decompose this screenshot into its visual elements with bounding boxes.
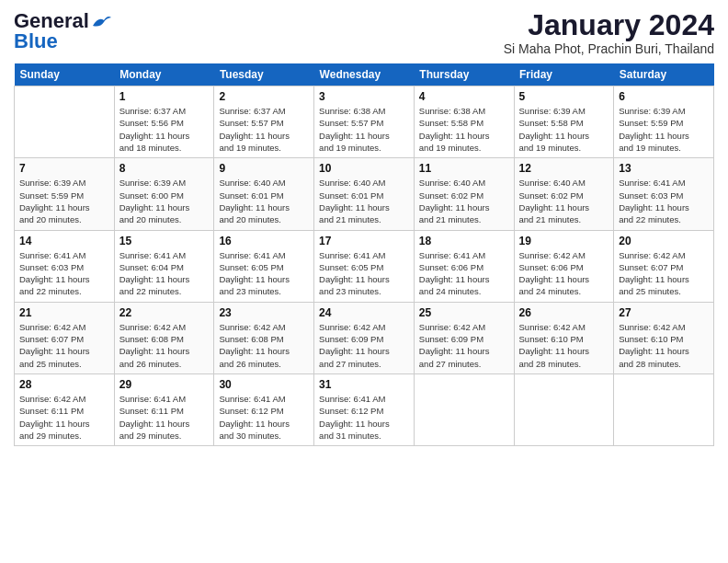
calendar-week-row: 14Sunrise: 6:41 AM Sunset: 6:03 PM Dayli… (15, 230, 714, 302)
day-number: 17 (319, 235, 409, 247)
day-info: Sunrise: 6:41 AM Sunset: 6:05 PM Dayligh… (219, 249, 309, 298)
day-info: Sunrise: 6:37 AM Sunset: 5:57 PM Dayligh… (219, 105, 309, 154)
day-info: Sunrise: 6:42 AM Sunset: 6:08 PM Dayligh… (119, 321, 210, 370)
day-info: Sunrise: 6:38 AM Sunset: 5:57 PM Dayligh… (319, 105, 409, 154)
logo: General Blue (14, 9, 111, 53)
day-info: Sunrise: 6:41 AM Sunset: 6:06 PM Dayligh… (419, 249, 509, 298)
day-info: Sunrise: 6:38 AM Sunset: 5:58 PM Dayligh… (419, 105, 509, 154)
table-row: 31Sunrise: 6:41 AM Sunset: 6:12 PM Dayli… (314, 373, 415, 445)
table-row: 14Sunrise: 6:41 AM Sunset: 6:03 PM Dayli… (15, 230, 115, 302)
day-number: 9 (219, 162, 309, 175)
table-row: 22Sunrise: 6:42 AM Sunset: 6:08 PM Dayli… (114, 302, 214, 373)
title-section: January 2024 Si Maha Phot, Prachin Buri,… (504, 9, 714, 56)
day-number: 11 (419, 162, 509, 175)
day-number: 14 (19, 235, 109, 247)
day-number: 21 (19, 306, 109, 319)
logo-blue: Blue (14, 29, 58, 53)
day-info: Sunrise: 6:42 AM Sunset: 6:09 PM Dayligh… (419, 321, 509, 370)
day-number: 2 (219, 90, 309, 103)
table-row (15, 86, 115, 158)
day-number: 29 (119, 378, 210, 391)
table-row: 2Sunrise: 6:37 AM Sunset: 5:57 PM Daylig… (214, 86, 314, 158)
day-number: 22 (119, 306, 210, 319)
day-number: 26 (519, 306, 609, 319)
table-row: 16Sunrise: 6:41 AM Sunset: 6:05 PM Dayli… (214, 230, 314, 302)
day-number: 30 (219, 378, 309, 391)
day-number: 27 (619, 306, 709, 319)
day-number: 13 (619, 162, 709, 175)
day-info: Sunrise: 6:42 AM Sunset: 6:06 PM Dayligh… (519, 249, 609, 298)
table-row (514, 373, 614, 445)
logo-bird-icon (91, 13, 111, 29)
day-number: 19 (519, 235, 609, 247)
table-row: 4Sunrise: 6:38 AM Sunset: 5:58 PM Daylig… (414, 86, 514, 158)
table-row: 1Sunrise: 6:37 AM Sunset: 5:56 PM Daylig… (114, 86, 214, 158)
table-row: 29Sunrise: 6:41 AM Sunset: 6:11 PM Dayli… (114, 373, 214, 445)
day-info: Sunrise: 6:41 AM Sunset: 6:11 PM Dayligh… (119, 393, 210, 442)
day-number: 16 (219, 235, 309, 247)
day-info: Sunrise: 6:37 AM Sunset: 5:56 PM Dayligh… (119, 105, 210, 154)
day-info: Sunrise: 6:39 AM Sunset: 5:59 PM Dayligh… (19, 177, 109, 225)
day-info: Sunrise: 6:39 AM Sunset: 6:00 PM Dayligh… (119, 177, 210, 225)
day-info: Sunrise: 6:41 AM Sunset: 6:03 PM Dayligh… (619, 177, 709, 225)
table-row: 18Sunrise: 6:41 AM Sunset: 6:06 PM Dayli… (414, 230, 514, 302)
day-number: 7 (19, 162, 109, 175)
table-row: 12Sunrise: 6:40 AM Sunset: 6:02 PM Dayli… (514, 158, 614, 230)
day-info: Sunrise: 6:42 AM Sunset: 6:10 PM Dayligh… (519, 321, 609, 370)
table-row: 23Sunrise: 6:42 AM Sunset: 6:08 PM Dayli… (214, 302, 314, 373)
table-row: 3Sunrise: 6:38 AM Sunset: 5:57 PM Daylig… (314, 86, 415, 158)
day-number: 3 (319, 90, 409, 103)
col-saturday: Saturday (614, 63, 714, 86)
table-row: 5Sunrise: 6:39 AM Sunset: 5:58 PM Daylig… (514, 86, 614, 158)
day-number: 18 (419, 235, 509, 247)
table-row (414, 373, 514, 445)
day-number: 24 (319, 306, 409, 319)
day-info: Sunrise: 6:41 AM Sunset: 6:12 PM Dayligh… (319, 393, 409, 442)
table-row: 21Sunrise: 6:42 AM Sunset: 6:07 PM Dayli… (15, 302, 115, 373)
day-number: 4 (419, 90, 509, 103)
table-row: 24Sunrise: 6:42 AM Sunset: 6:09 PM Dayli… (314, 302, 415, 373)
day-info: Sunrise: 6:42 AM Sunset: 6:10 PM Dayligh… (619, 321, 709, 370)
day-number: 20 (619, 235, 709, 247)
table-row: 9Sunrise: 6:40 AM Sunset: 6:01 PM Daylig… (214, 158, 314, 230)
table-row: 6Sunrise: 6:39 AM Sunset: 5:59 PM Daylig… (614, 86, 714, 158)
day-info: Sunrise: 6:42 AM Sunset: 6:09 PM Dayligh… (319, 321, 409, 370)
calendar-table: Sunday Monday Tuesday Wednesday Thursday… (14, 63, 714, 446)
table-row: 8Sunrise: 6:39 AM Sunset: 6:00 PM Daylig… (114, 158, 214, 230)
table-row: 11Sunrise: 6:40 AM Sunset: 6:02 PM Dayli… (414, 158, 514, 230)
table-row: 30Sunrise: 6:41 AM Sunset: 6:12 PM Dayli… (214, 373, 314, 445)
subtitle: Si Maha Phot, Prachin Buri, Thailand (504, 41, 714, 56)
day-number: 5 (519, 90, 609, 103)
table-row: 7Sunrise: 6:39 AM Sunset: 5:59 PM Daylig… (15, 158, 115, 230)
day-number: 10 (319, 162, 409, 175)
day-info: Sunrise: 6:40 AM Sunset: 6:02 PM Dayligh… (419, 177, 509, 225)
col-tuesday: Tuesday (214, 63, 314, 86)
day-number: 25 (419, 306, 509, 319)
day-info: Sunrise: 6:42 AM Sunset: 6:11 PM Dayligh… (19, 393, 109, 442)
day-info: Sunrise: 6:41 AM Sunset: 6:04 PM Dayligh… (119, 249, 210, 298)
day-info: Sunrise: 6:42 AM Sunset: 6:08 PM Dayligh… (219, 321, 309, 370)
table-row: 19Sunrise: 6:42 AM Sunset: 6:06 PM Dayli… (514, 230, 614, 302)
day-info: Sunrise: 6:41 AM Sunset: 6:12 PM Dayligh… (219, 393, 309, 442)
day-info: Sunrise: 6:40 AM Sunset: 6:02 PM Dayligh… (519, 177, 609, 225)
day-number: 8 (119, 162, 210, 175)
table-row: 26Sunrise: 6:42 AM Sunset: 6:10 PM Dayli… (514, 302, 614, 373)
calendar-week-row: 21Sunrise: 6:42 AM Sunset: 6:07 PM Dayli… (15, 302, 714, 373)
day-info: Sunrise: 6:42 AM Sunset: 6:07 PM Dayligh… (619, 249, 709, 298)
table-row (614, 373, 714, 445)
main-title: January 2024 (504, 9, 714, 41)
day-number: 1 (119, 90, 210, 103)
day-info: Sunrise: 6:39 AM Sunset: 5:59 PM Dayligh… (619, 105, 709, 154)
table-row: 10Sunrise: 6:40 AM Sunset: 6:01 PM Dayli… (314, 158, 415, 230)
calendar-header-row: Sunday Monday Tuesday Wednesday Thursday… (15, 63, 714, 86)
calendar-week-row: 28Sunrise: 6:42 AM Sunset: 6:11 PM Dayli… (15, 373, 714, 445)
day-number: 12 (519, 162, 609, 175)
day-info: Sunrise: 6:40 AM Sunset: 6:01 PM Dayligh… (319, 177, 409, 225)
day-info: Sunrise: 6:40 AM Sunset: 6:01 PM Dayligh… (219, 177, 309, 225)
day-info: Sunrise: 6:41 AM Sunset: 6:05 PM Dayligh… (319, 249, 409, 298)
day-info: Sunrise: 6:41 AM Sunset: 6:03 PM Dayligh… (19, 249, 109, 298)
col-monday: Monday (114, 63, 214, 86)
table-row: 20Sunrise: 6:42 AM Sunset: 6:07 PM Dayli… (614, 230, 714, 302)
day-info: Sunrise: 6:39 AM Sunset: 5:58 PM Dayligh… (519, 105, 609, 154)
day-number: 15 (119, 235, 210, 247)
